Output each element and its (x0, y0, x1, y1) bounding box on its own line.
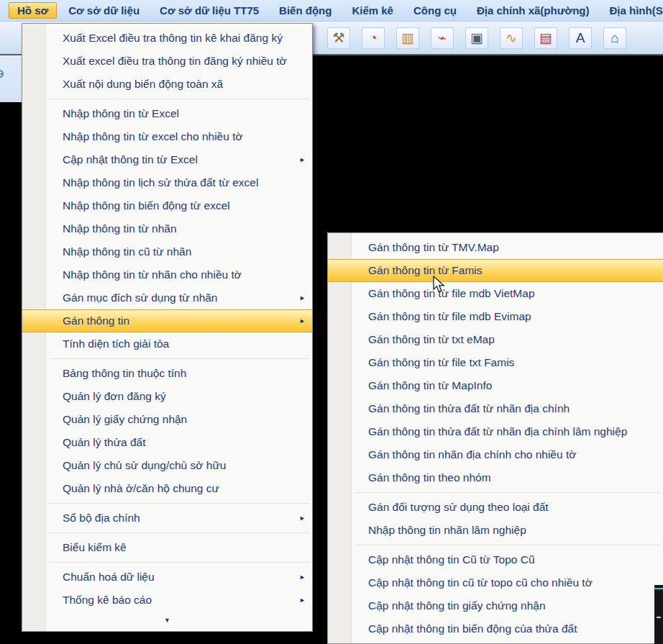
menu-item[interactable]: Cập nhật thông tin cũ từ topo cũ cho nhi… (328, 571, 663, 594)
menu-separator (50, 562, 309, 563)
menu-item[interactable]: Gán thông tin nhãn địa chính cho nhiều t… (328, 443, 663, 466)
menu-item-label: Nhập thông tin từ nhãn (63, 222, 177, 235)
menu-item-label: Nhập thông tin cũ từ nhãn (63, 245, 191, 258)
menu-item[interactable]: Nhập thông tin biến động từ excel (22, 194, 312, 217)
menu-item[interactable]: Quản lý thửa đất (22, 431, 312, 454)
menu-item-label: Gán thông tin thửa đất từ nhãn địa chính… (368, 425, 627, 438)
menu-item-label: Gán thông tin nhãn địa chính cho nhiều t… (368, 448, 576, 461)
menu-separator (355, 545, 660, 545)
menu-item[interactable]: Gán thông tin từ file mdb VietMap (328, 282, 663, 305)
menu-item-label: Chuẩn hoá dữ liệu (63, 571, 155, 584)
frame-view-icon[interactable]: ▣ (465, 27, 488, 49)
menu-item[interactable]: Nhập thông tin từ excel cho nhiều tờ (22, 125, 312, 148)
menu-item[interactable]: Gán thông tin từ txt eMap (328, 328, 663, 351)
menu-item-label: Gán thông tin từ file txt Famis (368, 356, 514, 369)
menu-item-gan-thong-tin-tu-famis[interactable]: Gán thông tin từ Famis (328, 259, 663, 282)
menu-item-label: Cập nhật thông tin từ Excel (63, 153, 198, 166)
menu-item[interactable]: Cập nhật thông tin từ Excel► (22, 148, 312, 171)
menu-item-label: Cập nhật thông tin giấy chứng nhận (368, 599, 546, 612)
polyline-route-icon[interactable]: ⌁ (431, 27, 454, 49)
menu-item[interactable]: Gán đối tượng sử dụng theo loại đất (328, 496, 663, 519)
submenu-arrow-icon: ► (299, 573, 306, 581)
menu-item[interactable]: Cập nhật thông tin Cũ từ Topo Cũ (328, 548, 663, 571)
menu-item-label: Nhập thông tin từ Excel (63, 107, 179, 120)
menu-item[interactable]: Xuất Excel điều tra thông tin kê khai đă… (22, 27, 312, 50)
menu-item[interactable]: Biểu kiểm kê (22, 536, 312, 559)
scrollbar-dash (657, 617, 661, 618)
menu-item-label: Bảng thông tin thuộc tính (63, 367, 186, 380)
menu-item-label: Gán thông tin từ TMV.Map (368, 241, 499, 254)
menu-item[interactable]: Nhập thông tin nhãn lâm nghiệp (328, 519, 663, 542)
menu-item[interactable]: Cập nhật thông tin biến động của thửa đấ… (328, 617, 663, 640)
ho-so-dropdown-menu: Xuất Excel điều tra thông tin kê khai đă… (22, 23, 313, 632)
menu-co-so-du-lieu-tt75[interactable]: Cơ sở dữ liệu TT75 (151, 2, 268, 19)
menu-item[interactable]: Gán thông tin từ file mdb Evimap (328, 305, 663, 328)
partial-circle-icon: ⊖ (0, 66, 4, 81)
menu-item[interactable]: Gán thông tin từ file txt Famis (328, 351, 663, 374)
menu-separator (50, 503, 309, 504)
menu-item[interactable]: Gán thông tin thửa đất từ nhãn địa chính… (328, 420, 663, 443)
menu-item[interactable]: Quản lý chủ sử dụng/chủ sở hữu (22, 454, 312, 477)
menu-item[interactable]: Quản lý nhà ở/căn hộ chung cư (22, 477, 312, 500)
menu-item[interactable]: Tính diện tích giải tỏa (22, 332, 312, 355)
menu-item[interactable]: Xuất excel điều tra thông tin đăng ký nh… (22, 50, 312, 73)
menu-item-label: Gán mục đích sử dụng từ nhãn (63, 291, 218, 304)
menu-item[interactable]: Nhập thông tin từ nhãn (22, 217, 312, 240)
menu-bar: Hồ sơCơ sở dữ liệuCơ sở dữ liệu TT75Biến… (0, 0, 663, 22)
report-delete-icon[interactable]: ▤ (534, 27, 557, 49)
menu-item[interactable]: Quản lý giấy chứng nhận (22, 408, 312, 431)
menu-item[interactable]: Gán thông tin từ MapInfo (328, 374, 663, 397)
menu-item[interactable]: Chuẩn hoá dữ liệu► (22, 566, 312, 589)
text-style-icon[interactable]: A (569, 27, 592, 49)
menu-item[interactable]: Gán thông tin thửa đất từ nhãn địa chính (328, 397, 663, 420)
menu-item-label: Tính diện tích giải tỏa (63, 337, 169, 350)
bar-chart-icon[interactable]: ▥ (396, 27, 419, 49)
menu-item-label: Quản lý nhà ở/căn hộ chung cư (63, 482, 219, 495)
menu-item-label: Thống kê báo cáo (63, 594, 152, 607)
menu-item[interactable]: Nhập thông tin cũ từ nhãn (22, 240, 312, 263)
menu-bien-dong[interactable]: Biến động (270, 2, 340, 19)
menu-item-label: Gán thông tin từ Famis (368, 264, 483, 277)
menu-item[interactable]: Gán thông tin từ TMV.Map (328, 236, 663, 259)
menu-item[interactable]: Quản lý đơn đăng ký (22, 385, 312, 408)
menu-item[interactable]: Nhập thông tin từ nhãn cho nhiều tờ (22, 263, 312, 286)
menu-item[interactable]: Nhập thông tin lịch sử thửa đất từ excel (22, 171, 312, 194)
menu-item[interactable]: Gán thông tin theo nhóm (328, 466, 663, 489)
menu-item-label: Quản lý chủ sử dụng/chủ sở hữu (63, 459, 226, 472)
menu-item[interactable]: Sổ bộ địa chính► (22, 507, 312, 530)
gan-thong-tin-submenu: Gán thông tin từ TMV.MapGán thông tin từ… (327, 232, 663, 644)
menu-item[interactable]: Cập nhật thông tin giấy chứng nhận (328, 594, 663, 617)
submenu-arrow-icon: ► (299, 156, 306, 163)
menu-cong-cu[interactable]: Công cụ (405, 2, 465, 19)
menu-item[interactable]: Bảng thông tin thuộc tính (22, 362, 312, 385)
menu-item-label: Sổ bộ địa chính (63, 512, 140, 525)
menu-separator (50, 532, 309, 533)
menu-co-so-du-lieu[interactable]: Cơ sở dữ liệu (60, 2, 148, 19)
sync-compass-icon[interactable]: ◔ (362, 27, 385, 49)
menu-dia-hinh[interactable]: Địa hình(San nề (601, 2, 663, 19)
menu-item-gan-thong-tin[interactable]: Gán thông tin► (22, 309, 312, 332)
menu-item-label: Gán đối tượng sử dụng theo loại đất (368, 501, 549, 514)
menu-separator (50, 358, 309, 359)
menu-item-label: Nhập thông tin biến động từ excel (63, 199, 230, 212)
submenu-arrow-icon: ► (299, 294, 306, 301)
tools-icon[interactable]: ⚒ (327, 27, 350, 49)
menu-item[interactable]: Gán mục đích sử dụng từ nhãn► (22, 286, 312, 309)
menu-item-label: Gán thông tin theo nhóm (368, 471, 491, 484)
menu-item-label: Cập nhật thông tin Cũ từ Topo Cũ (368, 553, 535, 566)
curve-chart-icon[interactable]: ∿ (500, 27, 523, 49)
menu-kiem-ke[interactable]: Kiểm kê (343, 2, 402, 19)
menu-item-label: Gán thông tin từ file mdb Evimap (368, 310, 531, 323)
menu-item[interactable]: Xuất nội dung biến động toàn xã (22, 73, 312, 96)
home-icon[interactable]: ⌂ (603, 27, 626, 49)
menu-item-label: Cập nhật thông tin cũ từ topo cũ cho nhi… (368, 576, 593, 589)
menu-item[interactable]: Thống kê báo cáo► (22, 589, 312, 612)
menu-item-label: Nhập thông tin lịch sử thửa đất từ excel (63, 176, 258, 189)
menu-ho-so[interactable]: Hồ sơ (9, 2, 57, 19)
menu-item-label: Xuất Excel điều tra thông tin kê khai đă… (63, 32, 283, 45)
view-corner-scrollbar[interactable] (654, 585, 663, 644)
menu-scroll-down-icon[interactable]: ▼ (22, 614, 312, 625)
menu-item[interactable]: Nhập thông tin từ Excel (22, 102, 312, 125)
scrollbar-accent (654, 588, 663, 589)
menu-dia-chinh-xa[interactable]: Địa chính xã(phường) (468, 2, 598, 19)
